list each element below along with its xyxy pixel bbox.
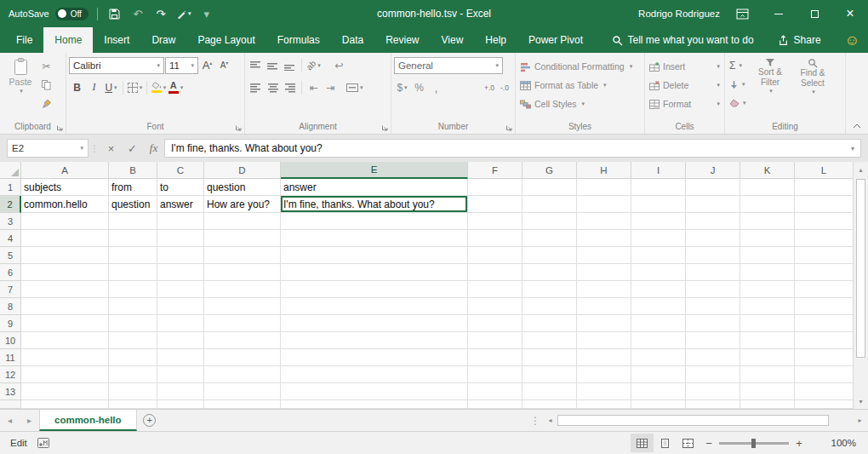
column-header-A[interactable]: A xyxy=(21,162,109,179)
cell-partial-A[interactable] xyxy=(21,400,109,409)
cell-C10[interactable] xyxy=(157,332,204,349)
cell-J8[interactable] xyxy=(686,298,740,315)
cell-H1[interactable] xyxy=(577,179,631,196)
cell-J2[interactable] xyxy=(686,196,740,213)
cell-H7[interactable] xyxy=(577,281,631,298)
cell-I2[interactable] xyxy=(631,196,686,213)
clear-button[interactable]: ▾ xyxy=(728,94,748,112)
row-header-11[interactable]: 11 xyxy=(0,349,21,366)
cell-I3[interactable] xyxy=(631,213,686,230)
tab-scroll-handle[interactable]: ⋮ xyxy=(528,410,543,431)
cell-I7[interactable] xyxy=(631,281,686,298)
feedback-smiley-button[interactable]: ☺ xyxy=(845,33,859,48)
cell-K5[interactable] xyxy=(740,247,795,264)
cell-E1[interactable]: answer xyxy=(281,179,468,196)
cell-B7[interactable] xyxy=(109,281,157,298)
row-header-10[interactable]: 10 xyxy=(0,332,21,349)
column-header-B[interactable]: B xyxy=(109,162,157,179)
cell-partial-D[interactable] xyxy=(204,400,281,409)
share-button[interactable]: Share xyxy=(778,34,821,46)
row-header-9[interactable]: 9 xyxy=(0,315,21,332)
row-header-partial[interactable] xyxy=(0,400,21,409)
cell-E10[interactable] xyxy=(281,332,468,349)
row-header-7[interactable]: 7 xyxy=(0,281,21,298)
cell-J13[interactable] xyxy=(686,383,740,400)
cell-L13[interactable] xyxy=(795,383,853,400)
cell-F7[interactable] xyxy=(468,281,523,298)
cell-I8[interactable] xyxy=(631,298,686,315)
cell-A1[interactable]: subjects xyxy=(21,179,109,196)
cell-E12[interactable] xyxy=(281,366,468,383)
new-sheet-button[interactable]: + xyxy=(137,410,163,431)
cell-B6[interactable] xyxy=(109,264,157,281)
cell-styles-button[interactable]: Cell Styles▾ xyxy=(518,95,642,113)
wrap-text-button[interactable]: ↩ xyxy=(331,57,347,74)
cell-D12[interactable] xyxy=(204,366,281,383)
cell-L3[interactable] xyxy=(795,213,853,230)
cell-C4[interactable] xyxy=(157,230,204,247)
cancel-entry-button[interactable]: × xyxy=(100,139,122,158)
cell-J4[interactable] xyxy=(686,230,740,247)
cell-H10[interactable] xyxy=(577,332,631,349)
cell-partial-J[interactable] xyxy=(686,400,740,409)
cell-B1[interactable]: from xyxy=(109,179,157,196)
cell-F13[interactable] xyxy=(468,383,523,400)
tab-page-layout[interactable]: Page Layout xyxy=(186,27,266,53)
cell-K8[interactable] xyxy=(740,298,795,315)
horizontal-scroll-thumb[interactable] xyxy=(557,415,829,426)
horizontal-scrollbar[interactable]: ◂ ▸ xyxy=(543,410,868,431)
scroll-up-button[interactable]: ▴ xyxy=(854,162,868,177)
cell-H3[interactable] xyxy=(577,213,631,230)
cell-J9[interactable] xyxy=(686,315,740,332)
cell-L2[interactable] xyxy=(795,196,853,213)
cell-I5[interactable] xyxy=(631,247,686,264)
insert-cells-button[interactable]: Insert▾ xyxy=(648,57,722,76)
column-header-D[interactable]: D xyxy=(204,162,281,179)
tab-view[interactable]: View xyxy=(431,27,475,53)
cell-I11[interactable] xyxy=(631,349,686,366)
cell-D7[interactable] xyxy=(204,281,281,298)
cell-J11[interactable] xyxy=(686,349,740,366)
scroll-left-button[interactable]: ◂ xyxy=(543,413,557,428)
cell-L11[interactable] xyxy=(795,349,853,366)
cell-L6[interactable] xyxy=(795,264,853,281)
cell-J12[interactable] xyxy=(686,366,740,383)
cell-A2[interactable]: common.hello xyxy=(21,196,109,213)
comma-style-button[interactable]: , xyxy=(428,79,444,96)
cell-E5[interactable] xyxy=(281,247,468,264)
number-format-select[interactable]: General▾ xyxy=(394,57,503,74)
page-layout-view-button[interactable] xyxy=(654,434,677,452)
cell-B8[interactable] xyxy=(109,298,157,315)
cell-A8[interactable] xyxy=(21,298,109,315)
cell-L7[interactable] xyxy=(795,281,853,298)
cell-G2[interactable] xyxy=(523,196,577,213)
font-color-button[interactable]: A▾ xyxy=(168,79,184,96)
cell-G8[interactable] xyxy=(523,298,577,315)
collapse-ribbon-button[interactable] xyxy=(853,119,861,131)
grow-font-button[interactable]: A▴ xyxy=(199,57,215,74)
cell-G5[interactable] xyxy=(523,247,577,264)
format-as-table-button[interactable]: Format as Table▾ xyxy=(518,76,642,95)
orientation-button[interactable]: ab▾ xyxy=(306,57,322,74)
redo-button[interactable]: ↷ xyxy=(152,4,169,23)
row-header-12[interactable]: 12 xyxy=(0,366,21,383)
name-box[interactable]: E2▾ xyxy=(7,139,89,158)
cell-L4[interactable] xyxy=(795,230,853,247)
cell-B9[interactable] xyxy=(109,315,157,332)
italic-button[interactable]: I xyxy=(86,79,102,96)
cell-I9[interactable] xyxy=(631,315,686,332)
cell-H6[interactable] xyxy=(577,264,631,281)
minimize-button[interactable] xyxy=(761,0,797,27)
cell-I10[interactable] xyxy=(631,332,686,349)
cell-A10[interactable] xyxy=(21,332,109,349)
tab-home[interactable]: Home xyxy=(43,27,93,53)
cell-D13[interactable] xyxy=(204,383,281,400)
undo-button[interactable]: ↶ xyxy=(129,4,146,23)
zoom-percentage[interactable]: 100% xyxy=(815,438,856,448)
fill-color-button[interactable]: ▾ xyxy=(151,79,167,96)
cell-L12[interactable] xyxy=(795,366,853,383)
cell-L8[interactable] xyxy=(795,298,853,315)
cell-partial-C[interactable] xyxy=(157,400,204,409)
cell-H2[interactable] xyxy=(577,196,631,213)
align-left-button[interactable] xyxy=(248,79,264,96)
